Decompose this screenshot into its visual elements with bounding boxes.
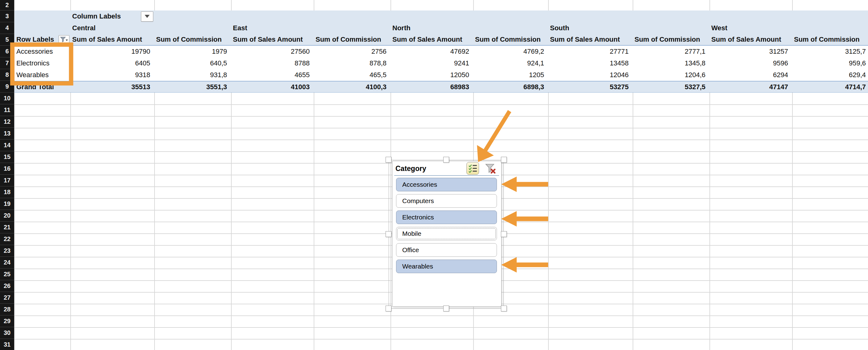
row-number[interactable]: 15 [0,151,14,163]
value-cell[interactable]: 47692 [391,46,473,57]
value-cell[interactable]: 6405 [70,57,154,69]
grand-total-value[interactable]: 5327,5 [633,82,709,92]
grand-total-value[interactable]: 6898,3 [473,82,548,92]
grand-total-value[interactable]: 41003 [231,82,314,92]
row-number[interactable]: 22 [0,233,14,245]
resize-handle[interactable] [385,231,392,237]
value-cell[interactable]: 19790 [70,46,154,57]
row-number[interactable]: 19 [0,198,14,210]
row-number[interactable]: 27 [0,292,14,304]
pivot-cell[interactable] [792,22,868,34]
value-cell[interactable]: 27560 [231,46,314,57]
resize-handle[interactable] [443,305,449,312]
row-number[interactable]: 9 [0,81,14,93]
multi-select-button[interactable] [466,162,479,175]
value-cell[interactable]: 9318 [70,69,154,81]
region-header[interactable]: South [548,22,633,34]
value-header[interactable]: Sum of Commission [792,34,868,45]
resize-handle[interactable] [501,305,507,312]
row-labels-cell[interactable]: Row Labels [14,34,70,45]
resize-handle[interactable] [501,231,507,237]
resize-handle[interactable] [443,157,449,163]
row-label[interactable]: Wearables [14,69,70,81]
clear-filter-button[interactable] [485,163,496,174]
row-number[interactable]: 16 [0,163,14,175]
grand-total-value[interactable]: 68983 [391,82,473,92]
value-header[interactable]: Sum of Sales Amount [709,34,792,45]
grand-total-value[interactable]: 4100,3 [314,82,391,92]
slicer-item-office[interactable]: Office [396,243,497,257]
value-cell[interactable]: 12050 [391,69,473,81]
region-header[interactable]: West [709,22,792,34]
value-cell[interactable]: 640,5 [154,57,231,69]
row-number[interactable]: 21 [0,222,14,233]
value-cell[interactable]: 9596 [709,57,792,69]
pivot-cell[interactable] [473,22,548,34]
column-labels-cell[interactable]: Column Labels [70,10,154,22]
row-number[interactable]: 23 [0,245,14,257]
value-cell[interactable]: 1979 [154,46,231,57]
resize-handle[interactable] [501,157,507,163]
row-number[interactable]: 10 [0,93,14,104]
value-cell[interactable]: 924,1 [473,57,548,69]
value-cell[interactable]: 13458 [548,57,633,69]
slicer-item-electronics[interactable]: Electronics [396,210,497,224]
row-number[interactable]: 20 [0,210,14,222]
row-number[interactable]: 28 [0,304,14,315]
value-header[interactable]: Sum of Commission [314,34,391,45]
pivot-cell[interactable] [14,22,70,34]
row-number[interactable]: 11 [0,104,14,116]
value-header[interactable]: Sum of Sales Amount [70,34,154,45]
value-header[interactable]: Sum of Sales Amount [391,34,473,45]
value-cell[interactable]: 4769,2 [473,46,548,57]
pivot-cell[interactable] [154,22,231,34]
slicer-item-computers[interactable]: Computers [396,194,497,208]
row-labels-filter-button[interactable] [59,35,69,44]
slicer-item-accessories[interactable]: Accessories [396,178,497,192]
row-label[interactable]: Electronics [14,57,70,69]
row-number[interactable]: 5 [0,34,14,46]
row-number[interactable]: 12 [0,116,14,128]
row-number[interactable]: 2 [0,0,14,10]
row-label[interactable]: Accessories [14,46,70,57]
value-cell[interactable]: 1205 [473,69,548,81]
row-number[interactable]: 26 [0,280,14,292]
row-number[interactable]: 18 [0,186,14,198]
pivot-cell[interactable] [633,22,709,34]
value-header[interactable]: Sum of Commission [154,34,231,45]
value-cell[interactable]: 878,8 [314,57,391,69]
resize-handle[interactable] [385,157,392,163]
region-header[interactable]: East [231,22,314,34]
value-header[interactable]: Sum of Sales Amount [548,34,633,45]
row-number[interactable]: 3 [0,10,14,22]
value-cell[interactable]: 9241 [391,57,473,69]
row-number[interactable]: 6 [0,46,14,57]
value-cell[interactable]: 31257 [709,46,792,57]
resize-handle[interactable] [385,305,392,312]
slicer-item-wearables[interactable]: Wearables [396,260,497,273]
row-number[interactable]: 29 [0,315,14,327]
pivot-cell[interactable] [14,10,70,22]
grand-total-value[interactable]: 47147 [709,82,792,92]
value-cell[interactable]: 8788 [231,57,314,69]
grand-total-label[interactable]: Grand Total [14,82,70,92]
region-header[interactable]: Central [70,22,154,34]
row-number[interactable]: 17 [0,175,14,186]
row-number[interactable]: 25 [0,268,14,280]
value-cell[interactable]: 12046 [548,69,633,81]
pivot-cell[interactable] [154,10,868,22]
value-cell[interactable]: 27771 [548,46,633,57]
grand-total-value[interactable]: 3551,3 [154,82,231,92]
value-header[interactable]: Sum of Commission [633,34,709,45]
pivot-cell[interactable] [314,22,391,34]
value-cell[interactable]: 1345,8 [633,57,709,69]
grand-total-value[interactable]: 35513 [70,82,154,92]
row-number[interactable]: 31 [0,339,14,350]
value-cell[interactable]: 2756 [314,46,391,57]
row-number[interactable]: 13 [0,128,14,140]
value-cell[interactable]: 6294 [709,69,792,81]
value-cell[interactable]: 959,6 [792,57,868,69]
grand-total-value[interactable]: 53275 [548,82,633,92]
column-labels-dropdown-button[interactable] [141,11,153,22]
value-cell[interactable]: 4655 [231,69,314,81]
